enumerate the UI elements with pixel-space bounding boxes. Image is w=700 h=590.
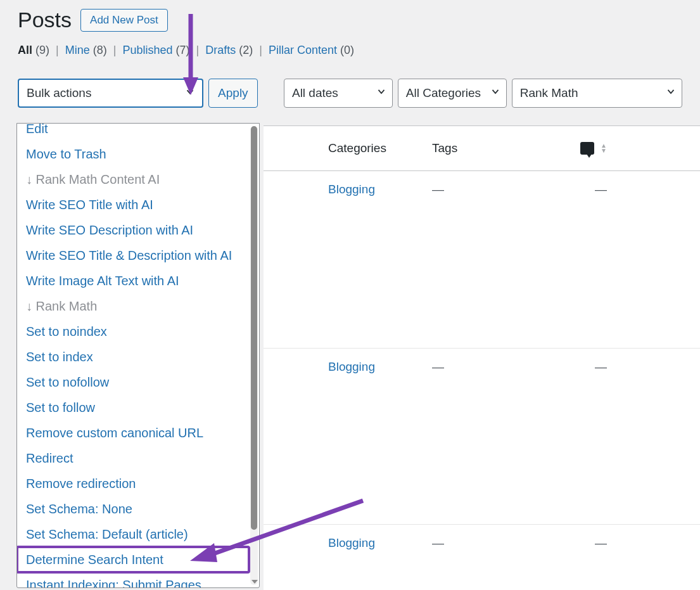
rank-math-filter-label: Rank Math xyxy=(520,86,578,100)
bulk-actions-select[interactable]: Bulk actions xyxy=(18,79,203,108)
filter-published[interactable]: Published xyxy=(122,44,172,56)
separator: | xyxy=(56,44,59,57)
dates-filter-label: All dates xyxy=(292,86,338,100)
separator: | xyxy=(113,44,117,57)
categories-filter-select[interactable]: All Categories xyxy=(398,79,507,108)
sort-icon: ▲▼ xyxy=(601,143,607,153)
cell-tags: — xyxy=(432,360,569,374)
filter-all[interactable]: All xyxy=(18,44,32,56)
separator: | xyxy=(259,44,262,57)
bulk-option-index[interactable]: Set to index xyxy=(17,344,249,369)
bulk-group-content-ai: ↓ Rank Math Content AI xyxy=(17,167,249,192)
cell-comments: — xyxy=(569,360,607,374)
post-status-filters: All (9) | Mine (8) | Published (7) | Dra… xyxy=(18,44,682,57)
bulk-option-seo-desc[interactable]: Write SEO Description with AI xyxy=(17,217,249,243)
bulk-option-remove-canonical[interactable]: Remove custom canonical URL xyxy=(17,420,249,446)
bulk-actions-label: Bulk actions xyxy=(27,86,91,100)
bulk-option-seo-title[interactable]: Write SEO Title with AI xyxy=(17,192,249,217)
svg-marker-1 xyxy=(183,77,198,95)
filter-drafts-count: (2) xyxy=(239,44,253,56)
cell-tags: — xyxy=(432,183,569,196)
bulk-option-redirect[interactable]: Redirect xyxy=(17,446,249,471)
add-new-post-button[interactable]: Add New Post xyxy=(80,9,168,32)
svg-marker-3 xyxy=(190,543,217,562)
filter-drafts[interactable]: Drafts xyxy=(205,44,236,56)
annotation-arrow-down-icon xyxy=(183,14,202,99)
apply-button[interactable]: Apply xyxy=(208,79,258,108)
column-categories[interactable]: Categories xyxy=(264,141,432,155)
dates-filter-select[interactable]: All dates xyxy=(284,79,393,108)
bulk-option-trash[interactable]: Move to Trash xyxy=(17,141,249,167)
filter-pillar-count: (0) xyxy=(340,44,354,56)
comment-icon xyxy=(580,142,594,155)
table-header-row: Categories Tags ▲▼ xyxy=(264,125,700,171)
filter-mine[interactable]: Mine xyxy=(65,44,90,56)
chevron-down-icon xyxy=(665,86,677,101)
categories-filter-label: All Categories xyxy=(406,86,481,100)
column-comments[interactable]: ▲▼ xyxy=(569,142,607,155)
filter-mine-count: (8) xyxy=(93,44,107,56)
bulk-option-remove-redirection[interactable]: Remove redirection xyxy=(17,471,249,496)
cell-category[interactable]: Blogging xyxy=(264,183,432,196)
scrollbar-down-arrow-icon[interactable] xyxy=(251,580,258,584)
bulk-option-edit[interactable]: Edit xyxy=(17,123,249,141)
cell-comments: — xyxy=(569,536,607,550)
svg-line-2 xyxy=(208,501,363,556)
chevron-down-icon xyxy=(490,86,501,101)
page-title: Posts xyxy=(18,8,72,32)
cell-comments: — xyxy=(569,183,607,196)
cell-tags: — xyxy=(432,536,569,550)
cell-category[interactable]: Blogging xyxy=(264,360,432,374)
bulk-group-rank-math: ↓ Rank Math xyxy=(17,293,249,319)
filter-all-count: (9) xyxy=(35,44,49,56)
rank-math-filter-select[interactable]: Rank Math xyxy=(512,79,682,108)
chevron-down-icon xyxy=(376,86,387,101)
bulk-option-alt-text[interactable]: Write Image Alt Text with AI xyxy=(17,268,249,293)
scrollbar-thumb[interactable] xyxy=(251,126,257,530)
filter-pillar[interactable]: Pillar Content xyxy=(269,44,337,56)
bulk-option-nofollow[interactable]: Set to nofollow xyxy=(17,369,249,395)
table-row: Blogging — — xyxy=(264,171,700,349)
bulk-option-seo-title-desc[interactable]: Write SEO Title & Description with AI xyxy=(17,243,249,268)
column-tags[interactable]: Tags xyxy=(432,141,569,155)
bulk-option-follow[interactable]: Set to follow xyxy=(17,395,249,420)
annotation-arrow-diagonal-icon xyxy=(182,497,372,576)
bulk-option-noindex[interactable]: Set to noindex xyxy=(17,319,249,344)
